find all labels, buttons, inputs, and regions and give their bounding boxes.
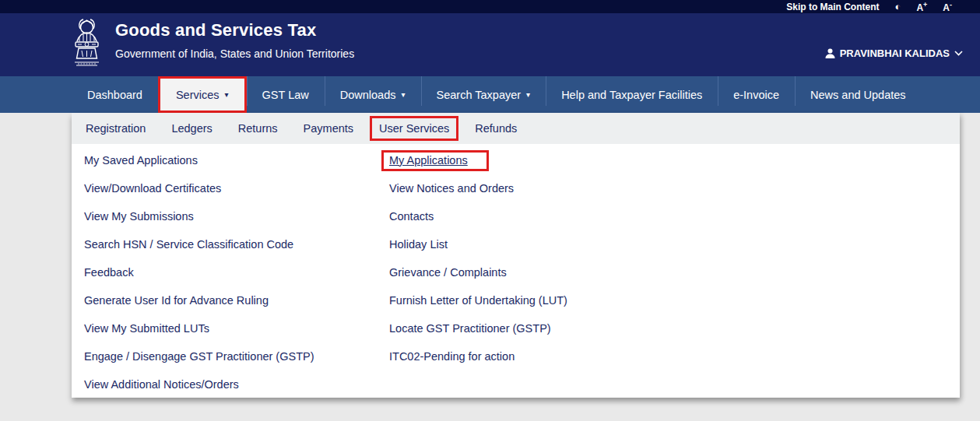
- menu-item-view-my-submitted-luts[interactable]: View My Submitted LUTs: [84, 314, 389, 342]
- site-title-block: Goods and Services Tax Government of Ind…: [115, 20, 354, 60]
- tab-refunds[interactable]: Refunds: [475, 122, 517, 135]
- menu-link-label: Holiday List: [389, 238, 448, 251]
- menu-link-label: Engage / Disengage GST Practitioner (GST…: [84, 350, 314, 363]
- nav-item-label: e-Invoice: [733, 89, 779, 101]
- nav-item-news-and-updates[interactable]: News and Updates: [795, 76, 922, 113]
- contrast-toggle-icon[interactable]: ◐: [895, 2, 901, 12]
- nav-item-services[interactable]: Services▾: [158, 76, 247, 113]
- nav-item-label: Search Taxpayer: [437, 89, 522, 101]
- site-title: Goods and Services Tax: [115, 20, 354, 40]
- chevron-down-icon: [954, 51, 963, 56]
- menu-item-furnish-lut[interactable]: Furnish Letter of Undertaking (LUT): [389, 286, 960, 314]
- menu-item-itc02-pending[interactable]: ITC02-Pending for action: [389, 342, 960, 370]
- menu-item-my-applications[interactable]: My Applications: [389, 146, 960, 174]
- menu-item-generate-user-id-advance-ruling[interactable]: Generate User Id for Advance Ruling: [84, 286, 389, 314]
- nav-item-label: Services: [176, 89, 220, 101]
- menu-item-grievance-complaints[interactable]: Grievance / Complaints: [389, 258, 960, 286]
- menu-link-label: Furnish Letter of Undertaking (LUT): [389, 294, 567, 307]
- menu-column-right: My Applications View Notices and Orders …: [389, 146, 960, 398]
- nav-item-label: Help and Taxpayer Facilities: [561, 89, 702, 101]
- font-decrease-button[interactable]: A-: [943, 1, 952, 13]
- nav-item-downloads[interactable]: Downloads▾: [325, 76, 421, 113]
- menu-item-search-hsn[interactable]: Search HSN / Service Classification Code: [84, 230, 389, 258]
- menu-item-view-notices-and-orders[interactable]: View Notices and Orders: [389, 174, 960, 202]
- nav-item-label: Downloads: [340, 89, 396, 101]
- minus-icon: -: [950, 1, 952, 9]
- menu-link-label: View My Submitted LUTs: [84, 322, 209, 335]
- nav-item-help-and-taxpayer-facilities[interactable]: Help and Taxpayer Facilities: [546, 76, 718, 113]
- menu-item-view-download-certificates[interactable]: View/Download Certificates: [84, 174, 389, 202]
- tab-registration[interactable]: Registration: [86, 122, 146, 135]
- menu-item-my-saved-applications[interactable]: My Saved Applications: [84, 146, 389, 174]
- nav-item-search-taxpayer[interactable]: Search Taxpayer▾: [421, 76, 546, 113]
- nav-item-e-invoice[interactable]: e-Invoice: [718, 76, 795, 113]
- menu-item-holiday-list[interactable]: Holiday List: [389, 230, 960, 258]
- tab-ledgers[interactable]: Ledgers: [171, 122, 212, 135]
- top-utility-bar: Skip to Main Content ◐ A+ A-: [0, 0, 980, 13]
- menu-item-contacts[interactable]: Contacts: [389, 202, 960, 230]
- site-subtitle: Government of India, States and Union Te…: [115, 47, 354, 60]
- nav-item-label: News and Updates: [810, 89, 906, 101]
- menu-link-label: View Notices and Orders: [389, 182, 514, 195]
- services-submenu-tabs: Registration Ledgers Returns Payments Us…: [72, 113, 960, 144]
- menu-link-label: My Saved Applications: [84, 154, 198, 167]
- user-icon: [825, 48, 835, 58]
- user-menu[interactable]: PRAVINBHAI KALIDAS: [825, 47, 963, 59]
- menu-item-view-my-submissions[interactable]: View My Submissions: [84, 202, 389, 230]
- menu-item-feedback[interactable]: Feedback: [84, 258, 389, 286]
- menu-link-label: Generate User Id for Advance Ruling: [84, 294, 269, 307]
- caret-down-icon: ▾: [526, 90, 530, 99]
- menu-link-label: Search HSN / Service Classification Code: [84, 238, 293, 251]
- font-increase-label: A: [916, 2, 923, 13]
- menu-item-view-additional-notices-orders[interactable]: View Additional Notices/Orders: [84, 370, 389, 398]
- india-emblem-logo: [72, 18, 101, 74]
- tab-payments[interactable]: Payments: [304, 122, 353, 135]
- caret-down-icon: ▾: [225, 90, 229, 99]
- menu-link-label: View/Download Certificates: [84, 182, 221, 195]
- main-navbar: Dashboard Services▾ GST Law Downloads▾ S…: [0, 76, 980, 113]
- menu-link-label: Feedback: [84, 266, 134, 279]
- menu-link-label: Contacts: [389, 210, 434, 223]
- font-increase-button[interactable]: A+: [916, 1, 927, 13]
- menu-link-label: Locate GST Practitioner (GSTP): [389, 322, 551, 335]
- nav-item-gst-law[interactable]: GST Law: [247, 76, 325, 113]
- menu-item-engage-disengage-gstp[interactable]: Engage / Disengage GST Practitioner (GST…: [84, 342, 389, 370]
- menu-link-label: ITC02-Pending for action: [389, 350, 515, 363]
- menu-link-label: My Applications: [381, 150, 489, 171]
- menu-item-locate-gstp[interactable]: Locate GST Practitioner (GSTP): [389, 314, 960, 342]
- menu-link-label: View Additional Notices/Orders: [84, 378, 239, 391]
- caret-down-icon: ▾: [402, 90, 406, 99]
- menu-link-label: Grievance / Complaints: [389, 266, 507, 279]
- user-services-panel: My Saved Applications View/Download Cert…: [72, 144, 960, 398]
- menu-column-left: My Saved Applications View/Download Cert…: [84, 146, 389, 398]
- plus-icon: +: [923, 1, 927, 9]
- nav-item-label: Dashboard: [87, 89, 142, 101]
- menu-link-label: View My Submissions: [84, 210, 194, 223]
- font-decrease-label: A: [943, 2, 950, 13]
- site-header: Goods and Services Tax Government of Ind…: [0, 13, 980, 76]
- user-name: PRAVINBHAI KALIDAS: [840, 47, 950, 59]
- tab-returns[interactable]: Returns: [238, 122, 278, 135]
- nav-item-label: GST Law: [262, 89, 309, 101]
- skip-to-main-content-link[interactable]: Skip to Main Content: [786, 2, 879, 12]
- nav-item-dashboard[interactable]: Dashboard: [72, 76, 158, 113]
- services-mega-menu: Registration Ledgers Returns Payments Us…: [72, 113, 960, 398]
- tab-user-services[interactable]: User Services: [370, 116, 458, 141]
